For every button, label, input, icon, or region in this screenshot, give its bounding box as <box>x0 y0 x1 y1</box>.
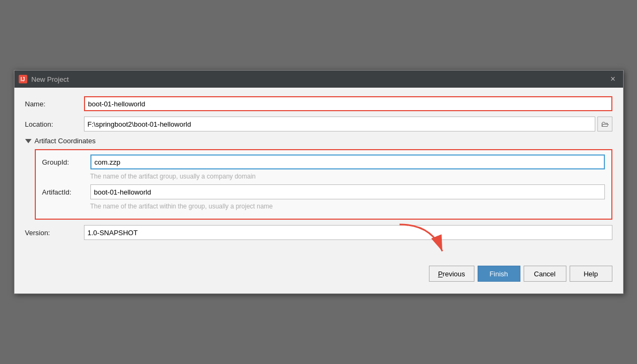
app-icon: IJ <box>19 75 27 83</box>
cancel-label: Cancel <box>534 270 555 278</box>
version-label: Version: <box>25 229 84 237</box>
finish-button[interactable]: Finish <box>478 266 520 282</box>
collapse-triangle-icon <box>25 139 32 143</box>
cancel-button[interactable]: Cancel <box>524 266 566 282</box>
groupid-row: GroupId: <box>42 154 605 169</box>
artifact-section-title: Artifact Coordinates <box>35 137 96 145</box>
help-label: Help <box>584 270 598 278</box>
dialog-content: Name: Location: 🗁 Artifact Coordinates G… <box>14 88 623 293</box>
browse-button[interactable]: 🗁 <box>597 117 612 131</box>
artifactid-input[interactable] <box>90 184 605 199</box>
finish-label: Finish <box>489 270 508 278</box>
version-input[interactable] <box>84 225 612 240</box>
help-button[interactable]: Help <box>570 266 612 282</box>
artifactid-row: ArtifactId: <box>42 184 605 199</box>
artifact-section: Artifact Coordinates GroupId: The name o… <box>25 137 612 240</box>
button-row: Previous Finish Cancel Help <box>429 266 612 282</box>
version-row: Version: <box>25 225 612 240</box>
previous-label: Previous <box>438 270 465 278</box>
name-row: Name: <box>25 96 612 111</box>
groupid-hint: The name of the artifact group, usually … <box>90 173 605 180</box>
artifact-header[interactable]: Artifact Coordinates <box>25 137 612 145</box>
new-project-dialog: IJ New Project × Name: Location: 🗁 Artif… <box>14 70 624 294</box>
location-row: Location: 🗁 <box>25 117 612 131</box>
footer-area: Previous Finish Cancel Help <box>25 245 612 288</box>
groupid-label: GroupId: <box>42 158 90 166</box>
artifactid-label: ArtifactId: <box>42 188 90 196</box>
dialog-title: New Project <box>32 75 608 83</box>
titlebar: IJ New Project × <box>14 71 623 88</box>
folder-icon: 🗁 <box>601 120 609 128</box>
close-button[interactable]: × <box>607 73 618 85</box>
artifact-inner: GroupId: The name of the artifact group,… <box>35 149 612 220</box>
artifactid-hint: The name of the artifact within the grou… <box>90 203 605 210</box>
location-input[interactable] <box>84 117 595 131</box>
previous-button[interactable]: Previous <box>429 266 474 282</box>
name-label: Name: <box>25 100 84 108</box>
name-input[interactable] <box>84 96 612 111</box>
groupid-input[interactable] <box>90 154 605 169</box>
location-label: Location: <box>25 120 84 128</box>
